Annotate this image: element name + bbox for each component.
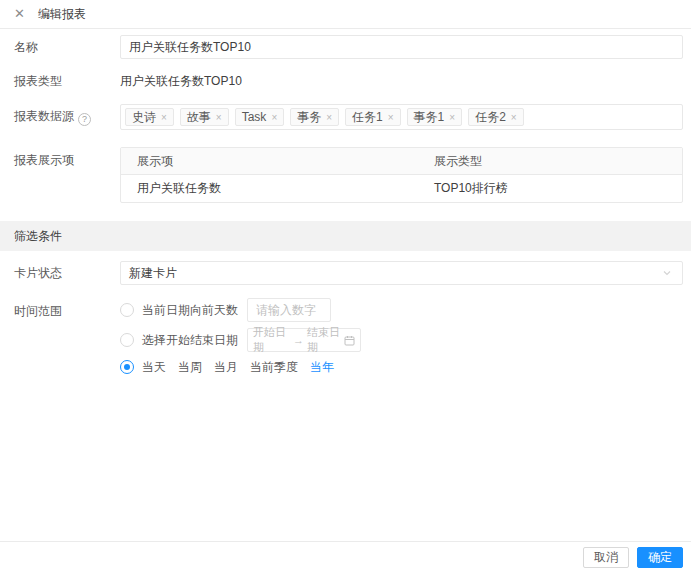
quick-option-today[interactable]: 当天: [142, 359, 166, 376]
tag: 故事 ×: [180, 108, 229, 126]
quick-option-this-year[interactable]: 当年: [310, 359, 334, 376]
help-icon[interactable]: ?: [78, 113, 91, 126]
radio-date-range-label[interactable]: 选择开始结束日期: [142, 332, 238, 349]
time-range-option-days-before: 当前日期向前天数: [120, 298, 683, 322]
tag-remove-icon[interactable]: ×: [271, 112, 277, 123]
quick-options: 当天 当周 当月 当前季度 当年: [134, 358, 334, 376]
report-type-row: 报表类型 用户关联任务数TOP10: [0, 73, 691, 90]
quick-option-this-week[interactable]: 当周: [178, 359, 202, 376]
close-icon[interactable]: ✕: [14, 6, 30, 22]
page-title: 编辑报表: [38, 6, 86, 23]
data-source-label-text: 报表数据源: [14, 109, 74, 123]
filter-section-title: 筛选条件: [14, 228, 62, 245]
time-range-label: 时间范围: [14, 298, 120, 320]
radio-days-before[interactable]: [120, 303, 134, 317]
date-range-input[interactable]: 开始日期 → 结束日期: [247, 328, 361, 352]
calendar-icon: [344, 335, 355, 346]
card-status-label: 卡片状态: [14, 265, 120, 282]
quick-option-this-month[interactable]: 当月: [214, 359, 238, 376]
filter-section-header: 筛选条件: [0, 221, 691, 251]
table-row: 用户关联任务数 TOP10排行榜: [121, 175, 682, 202]
report-type-label: 报表类型: [14, 73, 120, 90]
tag-label: 事务: [297, 109, 321, 126]
radio-date-range[interactable]: [120, 333, 134, 347]
edit-report-dialog: ✕ 编辑报表 名称 报表类型 用户关联任务数TOP10 报表数据源? 史诗 × …: [0, 0, 691, 569]
table-header-row: 展示项 展示类型: [121, 148, 682, 175]
name-row: 名称: [0, 35, 691, 59]
tag-remove-icon[interactable]: ×: [388, 112, 394, 123]
table-cell-display-type: TOP10排行榜: [424, 180, 682, 197]
days-before-input[interactable]: [247, 298, 331, 322]
tag-label: 任务1: [352, 109, 383, 126]
arrow-right-icon: →: [293, 334, 304, 346]
radio-quick-selected[interactable]: [120, 360, 134, 374]
card-status-value: 新建卡片: [129, 265, 177, 282]
display-items-table: 展示项 展示类型 用户关联任务数 TOP10排行榜: [120, 147, 683, 203]
tag-remove-icon[interactable]: ×: [161, 112, 167, 123]
start-date-placeholder: 开始日期: [253, 325, 290, 355]
data-source-row: 报表数据源? 史诗 × 故事 × Task × 事务 ×: [0, 104, 691, 130]
tag: 任务1 ×: [345, 108, 401, 126]
card-status-select[interactable]: 新建卡片: [120, 261, 683, 285]
tag: 史诗 ×: [125, 108, 174, 126]
tag-remove-icon[interactable]: ×: [449, 112, 455, 123]
dialog-header: ✕ 编辑报表: [0, 0, 691, 29]
table-header-display-item: 展示项: [121, 153, 424, 170]
table-cell-display-item: 用户关联任务数: [121, 180, 424, 197]
display-items-row: 报表展示项 展示项 展示类型 用户关联任务数 TOP10排行榜: [0, 147, 691, 203]
display-items-label: 报表展示项: [14, 147, 120, 169]
chevron-down-icon: [662, 268, 672, 278]
tag-label: 故事: [187, 109, 211, 126]
cancel-button[interactable]: 取消: [583, 547, 629, 568]
tag-remove-icon[interactable]: ×: [511, 112, 517, 123]
end-date-placeholder: 结束日期: [307, 325, 344, 355]
tag: Task ×: [235, 108, 285, 126]
data-source-input[interactable]: 史诗 × 故事 × Task × 事务 × 任务1 ×: [120, 104, 683, 130]
tag-label: 事务1: [414, 109, 445, 126]
card-status-row: 卡片状态 新建卡片: [0, 261, 691, 285]
data-source-label: 报表数据源?: [14, 108, 120, 126]
time-range-row: 时间范围 当前日期向前天数 选择开始结束日期 开始日期 → 结束日期: [0, 298, 691, 382]
table-header-display-type: 展示类型: [424, 153, 682, 170]
radio-days-before-label[interactable]: 当前日期向前天数: [142, 302, 238, 319]
tag-remove-icon[interactable]: ×: [326, 112, 332, 123]
tag-label: 史诗: [132, 109, 156, 126]
tag-label: 任务2: [475, 109, 506, 126]
tag: 任务2 ×: [468, 108, 524, 126]
name-label: 名称: [14, 39, 120, 56]
time-range-option-date-range: 选择开始结束日期 开始日期 → 结束日期: [120, 328, 683, 352]
time-range-option-quick: 当天 当周 当月 当前季度 当年: [120, 358, 683, 376]
tag-remove-icon[interactable]: ×: [216, 112, 222, 123]
tag: 事务1 ×: [407, 108, 463, 126]
tag: 事务 ×: [290, 108, 339, 126]
tag-label: Task: [242, 110, 267, 124]
confirm-button[interactable]: 确定: [637, 547, 683, 568]
name-input[interactable]: [120, 35, 683, 59]
quick-option-this-quarter[interactable]: 当前季度: [250, 359, 298, 376]
report-type-value: 用户关联任务数TOP10: [120, 73, 683, 90]
dialog-footer: 取消 确定: [0, 541, 691, 569]
